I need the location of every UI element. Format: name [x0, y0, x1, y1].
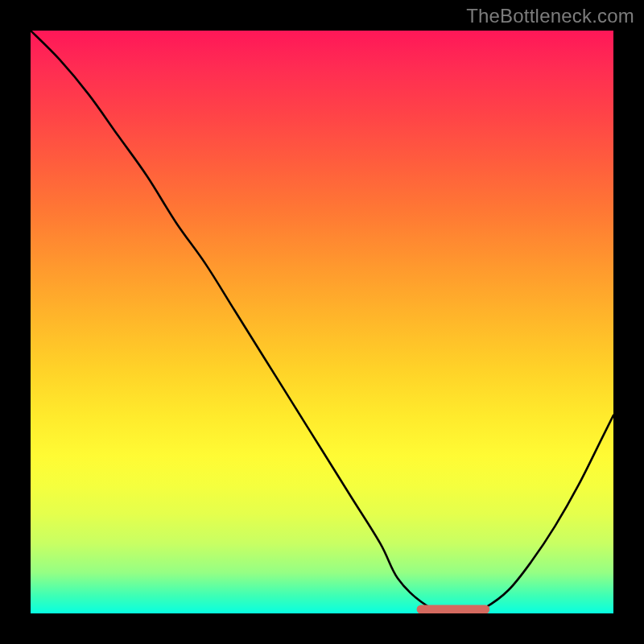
plot-area — [31, 31, 613, 613]
watermark-text: TheBottleneck.com — [466, 5, 634, 27]
gradient-background — [31, 31, 613, 613]
chart-frame: TheBottleneck.com — [0, 0, 644, 644]
